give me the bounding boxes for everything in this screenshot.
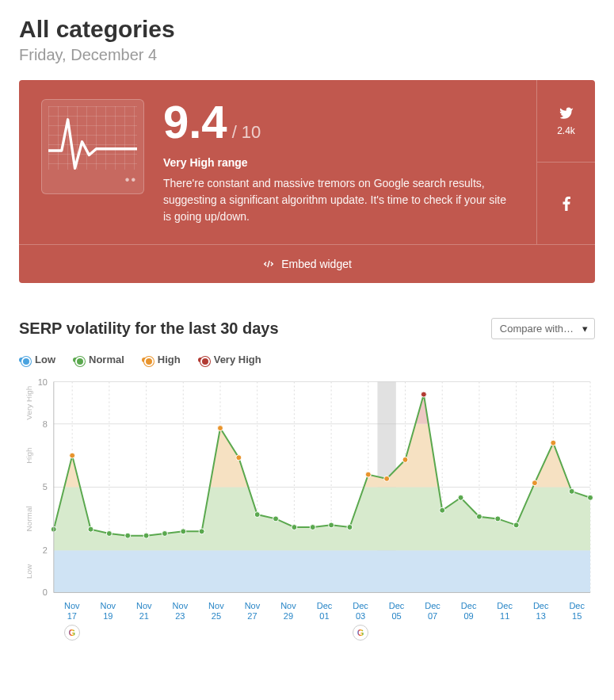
svg-point-42: [347, 525, 353, 530]
facebook-icon: [563, 197, 570, 211]
google-update-icon[interactable]: G: [353, 625, 368, 641]
facebook-share-button[interactable]: [537, 162, 595, 244]
svg-point-49: [476, 514, 482, 519]
x-tick-label: Dec09: [451, 601, 487, 622]
svg-point-36: [236, 455, 242, 461]
svg-point-48: [458, 495, 463, 500]
twitter-icon: [559, 106, 574, 120]
compare-select[interactable]: Compare with…: [491, 318, 595, 339]
legend-dot-high: [142, 358, 153, 362]
svg-point-53: [551, 440, 556, 446]
legend-normal[interactable]: Normal: [73, 354, 124, 365]
score-info: 9.4 / 10 Very High range There're consta…: [163, 99, 514, 225]
svg-point-50: [495, 516, 501, 522]
sensor-graphic: ••: [41, 99, 144, 194]
svg-point-44: [384, 476, 390, 481]
svg-point-37: [254, 512, 260, 518]
x-tick-label: Dec07: [414, 601, 451, 622]
svg-point-43: [365, 472, 371, 477]
embed-widget-button[interactable]: Embed widget: [19, 244, 595, 283]
svg-point-28: [88, 526, 93, 532]
svg-point-40: [310, 525, 315, 530]
svg-text:10: 10: [38, 377, 48, 387]
svg-line-0: [268, 261, 269, 267]
svg-point-31: [143, 533, 149, 538]
svg-text:Normal: Normal: [25, 506, 33, 531]
range-label: Very High range: [163, 156, 514, 169]
legend-dot-low: [19, 358, 30, 362]
twitter-count: 2.4k: [557, 125, 575, 136]
legend-high[interactable]: High: [142, 354, 181, 365]
x-tick-label: Nov25: [198, 601, 235, 622]
page-date: Friday, December 4: [19, 46, 595, 64]
svg-point-46: [421, 392, 426, 397]
svg-point-45: [402, 457, 408, 462]
google-update-icon[interactable]: G: [64, 625, 80, 641]
embed-label: Embed widget: [281, 258, 352, 270]
x-tick-label: Dec05: [379, 601, 415, 622]
google-update-markers: GG: [19, 625, 595, 641]
x-tick-label: Dec13: [523, 601, 559, 622]
svg-point-27: [70, 453, 75, 458]
svg-point-32: [162, 531, 167, 537]
svg-point-29: [106, 531, 112, 537]
twitter-share-button[interactable]: 2.4k: [537, 80, 595, 162]
score-card-main: •• 9.4 / 10 Very High range There're con…: [19, 80, 595, 244]
svg-text:0: 0: [43, 587, 48, 597]
score-max: / 10: [232, 122, 261, 143]
score-value: 9.4: [163, 99, 227, 145]
legend-high-label: High: [158, 354, 181, 365]
pulse-icon: [48, 106, 137, 178]
legend-low-label: Low: [35, 354, 55, 365]
section-title: SERP volatility for the last 30 days: [19, 319, 279, 338]
legend-low[interactable]: Low: [19, 354, 55, 365]
chart-svg: 025810LowNormalHighVery High: [19, 375, 595, 601]
x-tick-label: Nov29: [270, 601, 307, 622]
x-tick-label: Nov23: [162, 601, 199, 622]
svg-point-34: [199, 529, 204, 534]
svg-point-30: [125, 533, 131, 538]
score-line: 9.4 / 10: [163, 99, 514, 145]
share-sidebar: 2.4k: [536, 80, 595, 244]
svg-text:Very High: Very High: [25, 386, 33, 420]
legend-normal-label: Normal: [89, 354, 124, 365]
x-tick-label: Dec11: [486, 601, 523, 622]
x-tick-label: Nov19: [90, 601, 127, 622]
legend-dot-normal: [73, 358, 84, 362]
x-tick-label: Dec15: [559, 601, 595, 622]
svg-point-35: [218, 426, 223, 431]
section-header: SERP volatility for the last 30 days Com…: [19, 318, 595, 339]
svg-point-41: [329, 522, 334, 528]
legend-very-high-label: Very High: [214, 354, 261, 365]
volatility-section: SERP volatility for the last 30 days Com…: [19, 318, 595, 629]
score-card: •• 9.4 / 10 Very High range There're con…: [19, 80, 595, 283]
svg-text:2: 2: [43, 545, 48, 555]
sensor-grid: [48, 106, 137, 170]
legend-dot-very-high: [198, 358, 209, 362]
svg-point-51: [513, 522, 519, 528]
embed-icon: [262, 258, 275, 270]
range-description: There're constant and massive tremors on…: [163, 175, 514, 225]
score-card-left: •• 9.4 / 10 Very High range There're con…: [19, 80, 536, 244]
chart-legend: Low Normal High Very High: [19, 354, 595, 365]
x-axis-labels: Nov17Nov19Nov21Nov23Nov25Nov27Nov29Dec01…: [19, 601, 595, 622]
x-tick-label: Dec03: [342, 601, 379, 622]
x-tick-label: Nov17: [54, 601, 90, 622]
svg-point-38: [273, 516, 279, 522]
volatility-chart: 025810LowNormalHighVery High Nov17Nov19N…: [19, 375, 595, 629]
svg-text:8: 8: [43, 419, 48, 429]
x-tick-label: Dec01: [307, 601, 343, 622]
svg-point-39: [292, 525, 297, 530]
svg-point-52: [532, 480, 537, 486]
page-title: All categories: [19, 16, 595, 43]
svg-text:5: 5: [43, 482, 48, 492]
x-tick-label: Nov27: [235, 601, 271, 622]
svg-point-47: [440, 507, 445, 513]
svg-text:High: High: [25, 447, 33, 463]
svg-point-33: [181, 529, 186, 534]
svg-point-54: [569, 488, 574, 494]
x-tick-label: Nov21: [126, 601, 162, 622]
svg-text:Low: Low: [25, 564, 33, 579]
svg-point-55: [588, 495, 593, 500]
legend-very-high[interactable]: Very High: [198, 354, 261, 365]
